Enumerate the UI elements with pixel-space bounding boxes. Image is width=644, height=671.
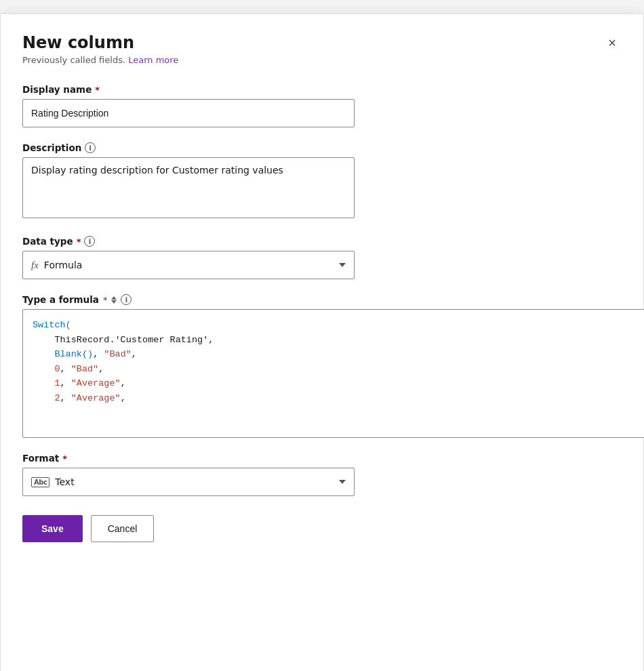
formula-line-4: 0, "Bad",	[33, 362, 636, 377]
cancel-button[interactable]: Cancel	[91, 515, 155, 542]
subtitle: Previously called fields. Learn more	[22, 55, 622, 65]
data-type-select[interactable]: fx Formula	[22, 251, 355, 279]
chevron-down-icon	[339, 263, 346, 267]
fx-icon: fx	[31, 260, 39, 271]
description-group: Description i Display rating description…	[22, 142, 622, 221]
sort-icon[interactable]	[111, 296, 117, 304]
formula-editor[interactable]: Switch( ThisRecord.'Customer Rating', Bl…	[22, 309, 644, 438]
formula-info-icon: i	[121, 294, 132, 305]
format-chevron-down-icon	[339, 480, 346, 484]
save-button[interactable]: Save	[22, 515, 83, 542]
formula-line-1: Switch(	[33, 318, 636, 333]
display-name-group: Display name *	[22, 84, 622, 127]
abc-icon: Abc	[31, 477, 49, 487]
format-group: Format * Abc Text	[22, 453, 622, 496]
required-star: *	[95, 85, 100, 95]
close-button[interactable]: ×	[603, 33, 622, 52]
learn-more-link[interactable]: Learn more	[128, 55, 178, 65]
formula-group: Type a formula * i Switch( ThisRecord.'C…	[22, 294, 622, 438]
description-input[interactable]: Display rating description for Customer …	[22, 157, 355, 218]
subtitle-text: Previously called fields.	[22, 55, 125, 65]
required-star-data-type: *	[77, 237, 81, 247]
data-type-value: Formula	[44, 260, 339, 270]
description-label: Description i	[22, 142, 622, 153]
formula-line-6: 2, "Average",	[33, 391, 636, 406]
data-type-group: Data type * i fx Formula	[22, 236, 622, 279]
formula-line-5: 1, "Average",	[33, 376, 636, 391]
required-star-format: *	[62, 453, 67, 464]
format-value: Text	[55, 476, 339, 487]
format-label: Format *	[22, 453, 622, 464]
display-name-label: Display name *	[22, 84, 622, 95]
description-info-icon: i	[85, 142, 96, 153]
required-star-formula: *	[103, 295, 108, 305]
formula-label-row: Type a formula * i	[22, 294, 622, 305]
formula-line-3: Blank(), "Bad",	[33, 347, 636, 362]
format-select[interactable]: Abc Text	[22, 468, 355, 496]
dialog-title: New column	[22, 33, 134, 52]
footer-actions: Save Cancel	[22, 515, 622, 542]
new-column-dialog: New column × Previously called fields. L…	[0, 14, 644, 671]
display-name-input[interactable]	[22, 99, 355, 127]
data-type-info-icon: i	[84, 236, 95, 247]
data-type-label: Data type * i	[22, 236, 622, 247]
formula-line-2: ThisRecord.'Customer Rating',	[33, 333, 636, 348]
dialog-header: New column ×	[22, 33, 622, 52]
